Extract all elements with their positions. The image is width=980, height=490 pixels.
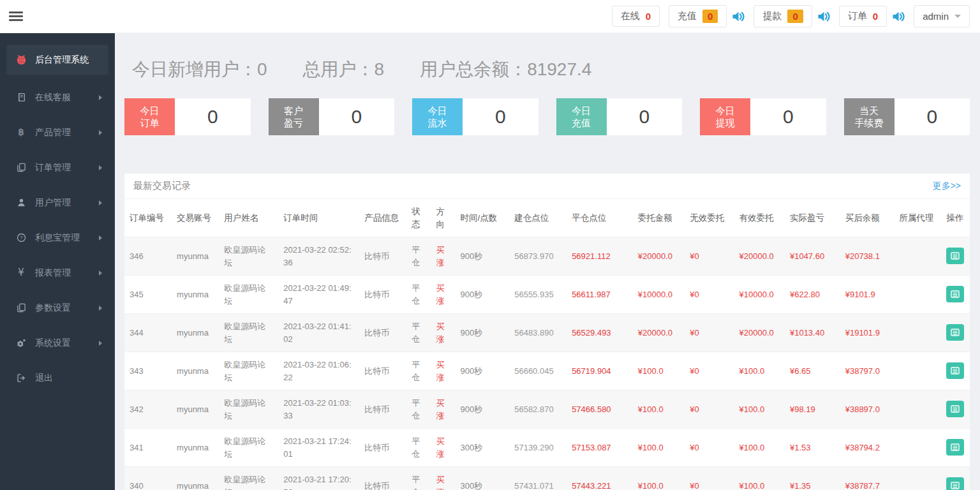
sidebar-item-4[interactable]: 用户管理	[0, 185, 115, 220]
card-label: 客户盈亏	[269, 98, 319, 135]
cell-amount: ¥100.0	[633, 390, 685, 429]
cell-product: 比特币	[359, 390, 406, 429]
cell-open: 56483.890	[509, 314, 567, 352]
svg-text:?: ?	[20, 235, 23, 241]
column-header: 交易账号	[172, 199, 219, 237]
cell-close: 56921.112	[567, 237, 633, 276]
trades-table: 订单编号交易账号用户姓名订单时间产品信息状态方向时间/点数建仓点位平仓点位委托金…	[124, 199, 970, 490]
topbar-stat[interactable]: 在线0	[612, 6, 660, 27]
logout-icon	[15, 373, 27, 383]
cell-invalid: ¥0	[685, 314, 734, 352]
cell-duration: 900秒	[456, 237, 510, 276]
card-value: 0	[895, 98, 970, 135]
stat-card: 当天手续费0	[844, 98, 970, 135]
sidebar-item-1[interactable]: 在线客服	[0, 80, 115, 115]
panel-title: 最新交易记录	[133, 180, 191, 192]
sidebar: 后台管理系统在线客服฿产品管理订单管理用户管理?利息宝管理¥报表管理参数设置系统…	[0, 33, 115, 490]
card-label-line: 客户	[284, 105, 303, 117]
cell-id: 345	[124, 276, 172, 314]
card-value: 0	[175, 98, 251, 135]
column-header: 订单编号	[124, 199, 172, 237]
cell-close: 57466.580	[567, 390, 633, 429]
stat-label: 充值	[678, 10, 697, 22]
chevron-right-icon	[99, 235, 102, 241]
view-order-button[interactable]	[946, 362, 964, 379]
cell-valid: ¥10000.0	[734, 276, 785, 314]
table-row: 346myunma欧皇源码论坛2021-03-22 02:52:36比特币平仓买…	[124, 237, 970, 276]
speaker-icon[interactable]	[817, 11, 830, 22]
topbar-stat[interactable]: 充值0	[669, 5, 727, 27]
column-header: 实际盈亏	[785, 199, 840, 237]
list-icon	[950, 327, 960, 338]
menu-toggle-icon[interactable]	[9, 7, 23, 26]
view-order-button[interactable]	[946, 439, 964, 456]
column-header: 产品信息	[359, 199, 406, 237]
card-label: 今日提现	[700, 98, 750, 135]
sidebar-item-6[interactable]: ¥报表管理	[0, 255, 115, 290]
speaker-icon[interactable]	[892, 11, 905, 22]
cell-valid: ¥100.0	[734, 467, 785, 490]
sidebar-item-3[interactable]: 订单管理	[0, 150, 115, 185]
cell-close: 56611.987	[567, 276, 633, 314]
cell-open: 56660.045	[509, 352, 567, 390]
summary-stat: 今日新增用户：0	[132, 57, 267, 82]
speaker-icon[interactable]	[732, 11, 745, 22]
list-icon	[950, 251, 960, 261]
stat-label: 订单	[848, 10, 867, 22]
card-label-line: 手续费	[855, 117, 884, 130]
cell-balance: ¥38794.2	[840, 429, 895, 467]
more-link[interactable]: 更多>>	[933, 181, 961, 192]
cell-open: 56873.970	[509, 237, 567, 276]
sidebar-item-label: 后台管理系统	[35, 54, 96, 66]
table-row: 343myunma欧皇源码论坛2021-03-22 01:06:22比特币平仓买…	[124, 352, 970, 390]
cell-balance: ¥38787.7	[840, 467, 895, 490]
admin-dropdown[interactable]: admin	[914, 5, 970, 27]
sidebar-item-label: 产品管理	[35, 127, 91, 138]
sidebar-item-5[interactable]: ?利息宝管理	[0, 220, 115, 255]
topbar-stats: 在线0充值0提款0订单0	[612, 5, 905, 27]
cell-id: 346	[124, 237, 172, 276]
topbar-stat[interactable]: 订单0	[839, 6, 887, 27]
admin-username: admin	[923, 11, 949, 22]
cell-operation	[941, 467, 970, 490]
cell-profit: ¥98.19	[785, 390, 840, 429]
cell-name: 欧皇源码论坛	[219, 237, 278, 276]
cell-close: 57443.221	[567, 467, 633, 490]
cell-account: myunma	[172, 314, 219, 352]
topbar-stat[interactable]: 提款0	[754, 5, 812, 27]
cell-product: 比特币	[359, 352, 406, 390]
sidebar-item-2[interactable]: ฿产品管理	[0, 115, 115, 150]
chevron-right-icon	[99, 271, 102, 276]
view-order-button[interactable]	[946, 401, 964, 417]
stat-card: 今日充值0	[556, 98, 683, 135]
cell-account: myunma	[172, 390, 219, 429]
sidebar-item-9[interactable]: 退出	[0, 360, 115, 396]
cell-product: 比特币	[359, 237, 406, 276]
cell-operation	[941, 276, 970, 314]
cell-operation	[941, 314, 970, 352]
view-order-button[interactable]	[946, 324, 964, 341]
sidebar-item-8[interactable]: 系统设置	[0, 325, 115, 360]
cell-product: 比特币	[359, 314, 406, 352]
cell-duration: 300秒	[456, 467, 510, 490]
cell-agent	[894, 390, 941, 429]
cell-balance: ¥19101.9	[840, 314, 895, 352]
cell-direction: 买涨	[431, 390, 455, 429]
view-order-button[interactable]	[946, 248, 964, 264]
cell-name: 欧皇源码论坛	[219, 467, 278, 490]
column-header: 方向	[431, 199, 455, 237]
view-order-button[interactable]	[946, 286, 964, 302]
cell-account: myunma	[172, 429, 219, 467]
chevron-right-icon	[99, 95, 102, 100]
card-label-line: 提现	[716, 117, 735, 130]
card-label-line: 订单	[140, 117, 160, 130]
user-icon	[15, 198, 27, 207]
stat-card: 客户盈亏0	[269, 98, 395, 135]
view-order-button[interactable]	[946, 477, 964, 490]
sidebar-item-dashboard[interactable]: 后台管理系统	[6, 45, 108, 75]
column-header: 时间/点数	[456, 199, 510, 237]
sidebar-item-7[interactable]: 参数设置	[0, 290, 115, 325]
sidebar-item-label: 利息宝管理	[35, 232, 91, 244]
table-row: 341myunma欧皇源码论坛2021-03-21 17:24:01比特币平仓买…	[124, 429, 970, 467]
table-row: 342myunma欧皇源码论坛2021-03-22 01:03:33比特币平仓买…	[124, 390, 970, 429]
